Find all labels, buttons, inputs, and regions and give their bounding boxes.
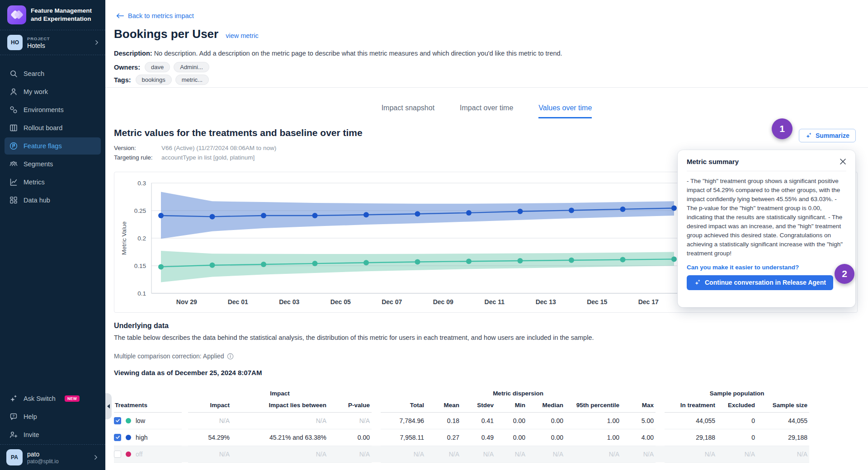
data-cell: N/A — [188, 412, 231, 429]
column-header-95th-percentile: 95th percentile — [565, 399, 621, 412]
info-icon[interactable] — [227, 353, 234, 360]
checkbox-unchecked[interactable] — [114, 451, 121, 458]
data-cell: 0.41 — [461, 412, 495, 429]
data-cell: 29,188 — [665, 429, 717, 446]
environments-icon — [9, 105, 18, 114]
svg-text:Dec 03: Dec 03 — [279, 298, 299, 306]
sidebar-item-search[interactable]: Search — [5, 65, 101, 82]
chevron-right-icon — [93, 454, 99, 461]
data-hub-icon — [9, 196, 18, 205]
sidebar-item-feature-flags[interactable]: Feature flags — [5, 137, 101, 155]
correction-line: Multiple comparison correction: Applied — [114, 352, 234, 360]
data-cell: N/A — [328, 412, 372, 429]
underlying-table: ImpactMetric dispersionSample population… — [114, 388, 809, 463]
owners-row: Owners: daveAdmini... — [114, 62, 209, 72]
svg-text:Dec 01: Dec 01 — [228, 298, 248, 306]
treatment-color-dot — [126, 418, 131, 423]
sparkle-icon — [694, 279, 701, 286]
chevron-right-icon — [94, 39, 100, 46]
continue-conversation-button[interactable]: Continue conversation in Release Agent — [687, 275, 833, 290]
treatment-label: high — [136, 434, 147, 441]
tab-values-over-time[interactable]: Values over time — [538, 104, 592, 118]
data-cell: N/A — [621, 446, 656, 462]
column-header-treatments: Treatments — [114, 399, 182, 412]
data-cell: N/A — [495, 446, 527, 462]
table-row-low: lowN/AN/AN/A7,784.960.180.410.000.001.00… — [114, 412, 809, 429]
owner-pill: dave — [145, 62, 170, 72]
arrow-left-icon — [116, 13, 124, 19]
spacer-cell — [656, 429, 665, 446]
data-cell: 54.29% — [188, 429, 231, 446]
data-cell: 0.27 — [426, 429, 461, 446]
project-switcher[interactable]: HO PROJECT Hotels — [0, 30, 105, 55]
treatment-cell: high — [114, 429, 182, 446]
app-title: Feature Management and Experimentation — [31, 7, 99, 23]
svg-text:Dec 15: Dec 15 — [587, 298, 607, 306]
sidebar-item-environments[interactable]: Environments — [5, 101, 101, 118]
checkbox-checked[interactable] — [114, 417, 121, 424]
data-cell: 44,055 — [665, 412, 717, 429]
treatment-cell-content: low — [114, 417, 180, 424]
sidebar-item-ask-switch[interactable]: Ask SwitchNEW — [5, 390, 101, 407]
tab-impact-snapshot[interactable]: Impact snapshot — [382, 104, 434, 118]
sidebar-item-label: My work — [24, 88, 48, 95]
summary-question-link[interactable]: Can you make it easier to understand? — [687, 264, 846, 271]
table-header-cell — [114, 388, 188, 399]
project-badge: HO — [7, 35, 23, 50]
data-cell: N/A — [717, 446, 757, 462]
svg-text:0.25: 0.25 — [134, 207, 146, 214]
data-cell: 0.00 — [495, 412, 527, 429]
sidebar-item-metrics[interactable]: Metrics — [5, 174, 101, 191]
sidebar-item-label: Search — [24, 70, 44, 77]
data-cell: 1.00 — [565, 412, 621, 429]
data-cell: 0.00 — [495, 429, 527, 446]
sidebar-item-rollout-board[interactable]: Rollout board — [5, 119, 101, 136]
table-header-cell — [372, 399, 381, 412]
targeting-label: Targeting rule: — [114, 154, 161, 161]
group-header-sample-population: Sample population — [665, 388, 809, 399]
user-email: pato@split.io — [27, 458, 88, 465]
help-icon: ? — [9, 412, 18, 421]
column-header-in-treatment: In treatment — [665, 399, 717, 412]
my-work-icon — [9, 87, 18, 96]
spacer-cell — [372, 429, 381, 446]
tab-impact-over-time[interactable]: Impact over time — [460, 104, 513, 118]
version-value: V66 (Active) (11/27/2024 08:06AM to now) — [161, 145, 276, 151]
sidebar-collapse-handle[interactable] — [105, 393, 112, 419]
metric-summary-panel: Metric summary - The "high" treatment gr… — [678, 150, 855, 307]
group-header-impact: Impact — [188, 388, 372, 399]
data-cell: 0.49 — [461, 429, 495, 446]
data-cell: N/A — [231, 412, 328, 429]
tags-pills: bookingsmetric... — [136, 75, 209, 85]
tags-row: Tags: bookingsmetric... — [114, 75, 209, 85]
sidebar-footer: Ask SwitchNEW?HelpInvite — [0, 390, 105, 444]
back-link[interactable]: Back to metrics impact — [116, 12, 194, 19]
table-row-high: high54.29%45.21% and 63.38%0.007,958.110… — [114, 429, 809, 446]
page-title: Bookings per User — [114, 27, 218, 41]
data-cell: 0 — [717, 429, 757, 446]
close-icon[interactable] — [840, 158, 846, 165]
data-cell: 4.00 — [621, 429, 656, 446]
summarize-button[interactable]: Summarize — [799, 129, 856, 142]
user-menu[interactable]: PA pato pato@split.io — [0, 444, 105, 470]
table-header-cell — [182, 399, 188, 412]
column-header-total: Total — [381, 399, 426, 412]
sidebar-item-help[interactable]: ?Help — [5, 408, 101, 425]
section-title: Metric values for the treatments and bas… — [114, 127, 363, 138]
checkbox-checked[interactable] — [114, 434, 121, 441]
owners-label: Owners: — [114, 64, 140, 71]
sidebar-item-my-work[interactable]: My work — [5, 83, 101, 100]
sidebar-item-data-hub[interactable]: Data hub — [5, 192, 101, 209]
table-header-cell — [656, 399, 665, 412]
segments-icon — [9, 160, 18, 169]
view-metric-link[interactable]: view metric — [226, 32, 259, 39]
sidebar-item-segments[interactable]: Segments — [5, 155, 101, 173]
spacer-cell — [372, 446, 381, 462]
app-logo-row[interactable]: Feature Management and Experimentation — [0, 0, 105, 30]
feature-flags-icon — [9, 141, 18, 150]
sidebar-item-invite[interactable]: Invite — [5, 426, 101, 443]
treatment-color-dot — [126, 435, 131, 440]
svg-text:0.2: 0.2 — [137, 235, 146, 242]
svg-text:Dec 11: Dec 11 — [485, 298, 505, 306]
app-root: Feature Management and Experimentation H… — [0, 0, 868, 470]
